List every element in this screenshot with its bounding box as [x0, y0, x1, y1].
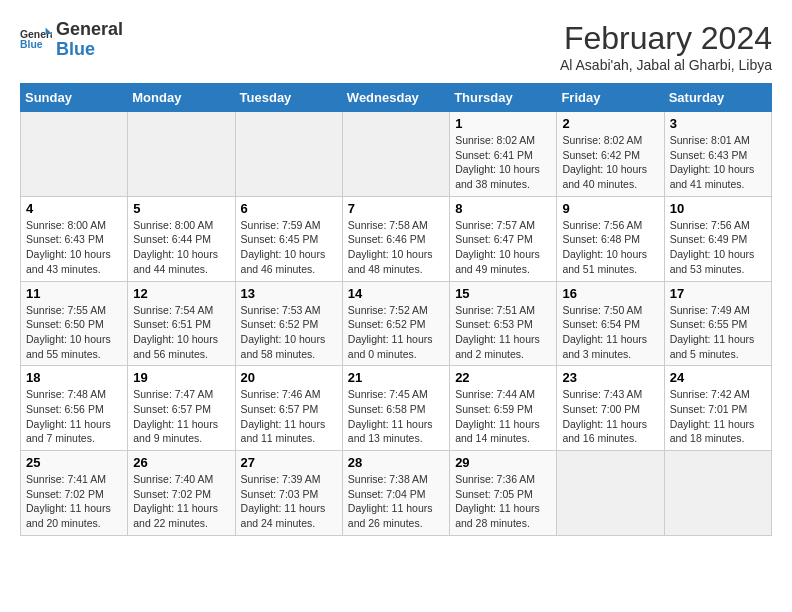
page-subtitle: Al Asabi'ah, Jabal al Gharbi, Libya — [560, 57, 772, 73]
day-number: 8 — [455, 201, 551, 216]
calendar-week-row: 1Sunrise: 8:02 AMSunset: 6:41 PMDaylight… — [21, 112, 772, 197]
calendar-cell: 28Sunrise: 7:38 AMSunset: 7:04 PMDayligh… — [342, 451, 449, 536]
day-info: Sunrise: 7:59 AMSunset: 6:45 PMDaylight:… — [241, 218, 337, 277]
day-number: 20 — [241, 370, 337, 385]
day-info: Sunrise: 7:40 AMSunset: 7:02 PMDaylight:… — [133, 472, 229, 531]
day-info: Sunrise: 7:45 AMSunset: 6:58 PMDaylight:… — [348, 387, 444, 446]
calendar-cell: 22Sunrise: 7:44 AMSunset: 6:59 PMDayligh… — [450, 366, 557, 451]
calendar-cell — [342, 112, 449, 197]
day-info: Sunrise: 7:46 AMSunset: 6:57 PMDaylight:… — [241, 387, 337, 446]
day-number: 26 — [133, 455, 229, 470]
day-info: Sunrise: 7:53 AMSunset: 6:52 PMDaylight:… — [241, 303, 337, 362]
calendar-cell: 26Sunrise: 7:40 AMSunset: 7:02 PMDayligh… — [128, 451, 235, 536]
calendar-cell — [21, 112, 128, 197]
calendar-cell: 19Sunrise: 7:47 AMSunset: 6:57 PMDayligh… — [128, 366, 235, 451]
calendar-cell: 13Sunrise: 7:53 AMSunset: 6:52 PMDayligh… — [235, 281, 342, 366]
day-number: 19 — [133, 370, 229, 385]
day-info: Sunrise: 7:54 AMSunset: 6:51 PMDaylight:… — [133, 303, 229, 362]
calendar-cell: 7Sunrise: 7:58 AMSunset: 6:46 PMDaylight… — [342, 196, 449, 281]
day-number: 16 — [562, 286, 658, 301]
day-info: Sunrise: 7:50 AMSunset: 6:54 PMDaylight:… — [562, 303, 658, 362]
day-number: 17 — [670, 286, 766, 301]
day-info: Sunrise: 7:43 AMSunset: 7:00 PMDaylight:… — [562, 387, 658, 446]
day-number: 4 — [26, 201, 122, 216]
calendar-body: 1Sunrise: 8:02 AMSunset: 6:41 PMDaylight… — [21, 112, 772, 536]
day-info: Sunrise: 7:48 AMSunset: 6:56 PMDaylight:… — [26, 387, 122, 446]
day-info: Sunrise: 7:42 AMSunset: 7:01 PMDaylight:… — [670, 387, 766, 446]
calendar-cell: 11Sunrise: 7:55 AMSunset: 6:50 PMDayligh… — [21, 281, 128, 366]
calendar-cell: 17Sunrise: 7:49 AMSunset: 6:55 PMDayligh… — [664, 281, 771, 366]
weekday-header-sunday: Sunday — [21, 84, 128, 112]
day-info: Sunrise: 7:39 AMSunset: 7:03 PMDaylight:… — [241, 472, 337, 531]
page-header: General Blue General Blue February 2024 … — [20, 20, 772, 73]
day-number: 21 — [348, 370, 444, 385]
calendar-cell: 4Sunrise: 8:00 AMSunset: 6:43 PMDaylight… — [21, 196, 128, 281]
calendar-cell: 15Sunrise: 7:51 AMSunset: 6:53 PMDayligh… — [450, 281, 557, 366]
calendar-cell: 12Sunrise: 7:54 AMSunset: 6:51 PMDayligh… — [128, 281, 235, 366]
day-number: 24 — [670, 370, 766, 385]
day-number: 10 — [670, 201, 766, 216]
calendar-cell: 21Sunrise: 7:45 AMSunset: 6:58 PMDayligh… — [342, 366, 449, 451]
day-info: Sunrise: 7:51 AMSunset: 6:53 PMDaylight:… — [455, 303, 551, 362]
day-info: Sunrise: 8:00 AMSunset: 6:43 PMDaylight:… — [26, 218, 122, 277]
calendar-cell — [235, 112, 342, 197]
calendar-cell: 18Sunrise: 7:48 AMSunset: 6:56 PMDayligh… — [21, 366, 128, 451]
weekday-header-wednesday: Wednesday — [342, 84, 449, 112]
calendar-cell — [557, 451, 664, 536]
page-title: February 2024 — [560, 20, 772, 57]
calendar-cell: 1Sunrise: 8:02 AMSunset: 6:41 PMDaylight… — [450, 112, 557, 197]
day-info: Sunrise: 7:44 AMSunset: 6:59 PMDaylight:… — [455, 387, 551, 446]
calendar-cell: 10Sunrise: 7:56 AMSunset: 6:49 PMDayligh… — [664, 196, 771, 281]
day-info: Sunrise: 8:02 AMSunset: 6:41 PMDaylight:… — [455, 133, 551, 192]
calendar-cell: 20Sunrise: 7:46 AMSunset: 6:57 PMDayligh… — [235, 366, 342, 451]
day-number: 28 — [348, 455, 444, 470]
calendar-cell: 24Sunrise: 7:42 AMSunset: 7:01 PMDayligh… — [664, 366, 771, 451]
day-number: 22 — [455, 370, 551, 385]
day-number: 14 — [348, 286, 444, 301]
day-info: Sunrise: 7:38 AMSunset: 7:04 PMDaylight:… — [348, 472, 444, 531]
day-info: Sunrise: 7:55 AMSunset: 6:50 PMDaylight:… — [26, 303, 122, 362]
weekday-header-tuesday: Tuesday — [235, 84, 342, 112]
day-number: 7 — [348, 201, 444, 216]
day-info: Sunrise: 7:49 AMSunset: 6:55 PMDaylight:… — [670, 303, 766, 362]
weekday-header-thursday: Thursday — [450, 84, 557, 112]
day-number: 5 — [133, 201, 229, 216]
calendar-cell: 2Sunrise: 8:02 AMSunset: 6:42 PMDaylight… — [557, 112, 664, 197]
day-number: 27 — [241, 455, 337, 470]
day-number: 1 — [455, 116, 551, 131]
calendar-cell — [664, 451, 771, 536]
day-number: 3 — [670, 116, 766, 131]
day-info: Sunrise: 8:01 AMSunset: 6:43 PMDaylight:… — [670, 133, 766, 192]
day-info: Sunrise: 8:00 AMSunset: 6:44 PMDaylight:… — [133, 218, 229, 277]
calendar-cell: 29Sunrise: 7:36 AMSunset: 7:05 PMDayligh… — [450, 451, 557, 536]
day-info: Sunrise: 7:58 AMSunset: 6:46 PMDaylight:… — [348, 218, 444, 277]
calendar-week-row: 18Sunrise: 7:48 AMSunset: 6:56 PMDayligh… — [21, 366, 772, 451]
title-block: February 2024 Al Asabi'ah, Jabal al Ghar… — [560, 20, 772, 73]
day-number: 6 — [241, 201, 337, 216]
day-info: Sunrise: 7:41 AMSunset: 7:02 PMDaylight:… — [26, 472, 122, 531]
day-number: 15 — [455, 286, 551, 301]
day-info: Sunrise: 7:57 AMSunset: 6:47 PMDaylight:… — [455, 218, 551, 277]
calendar-cell: 27Sunrise: 7:39 AMSunset: 7:03 PMDayligh… — [235, 451, 342, 536]
day-number: 13 — [241, 286, 337, 301]
calendar-cell: 14Sunrise: 7:52 AMSunset: 6:52 PMDayligh… — [342, 281, 449, 366]
calendar-cell: 3Sunrise: 8:01 AMSunset: 6:43 PMDaylight… — [664, 112, 771, 197]
weekday-header-saturday: Saturday — [664, 84, 771, 112]
calendar-cell: 6Sunrise: 7:59 AMSunset: 6:45 PMDaylight… — [235, 196, 342, 281]
day-info: Sunrise: 7:36 AMSunset: 7:05 PMDaylight:… — [455, 472, 551, 531]
calendar-cell — [128, 112, 235, 197]
svg-text:Blue: Blue — [20, 39, 43, 50]
day-info: Sunrise: 7:52 AMSunset: 6:52 PMDaylight:… — [348, 303, 444, 362]
calendar-cell: 9Sunrise: 7:56 AMSunset: 6:48 PMDaylight… — [557, 196, 664, 281]
day-number: 23 — [562, 370, 658, 385]
calendar-cell: 16Sunrise: 7:50 AMSunset: 6:54 PMDayligh… — [557, 281, 664, 366]
calendar-cell: 25Sunrise: 7:41 AMSunset: 7:02 PMDayligh… — [21, 451, 128, 536]
calendar-cell: 5Sunrise: 8:00 AMSunset: 6:44 PMDaylight… — [128, 196, 235, 281]
calendar-week-row: 11Sunrise: 7:55 AMSunset: 6:50 PMDayligh… — [21, 281, 772, 366]
weekday-header-row: SundayMondayTuesdayWednesdayThursdayFrid… — [21, 84, 772, 112]
day-number: 2 — [562, 116, 658, 131]
calendar-header: SundayMondayTuesdayWednesdayThursdayFrid… — [21, 84, 772, 112]
logo-text: General Blue — [56, 20, 123, 60]
calendar-week-row: 4Sunrise: 8:00 AMSunset: 6:43 PMDaylight… — [21, 196, 772, 281]
day-number: 11 — [26, 286, 122, 301]
